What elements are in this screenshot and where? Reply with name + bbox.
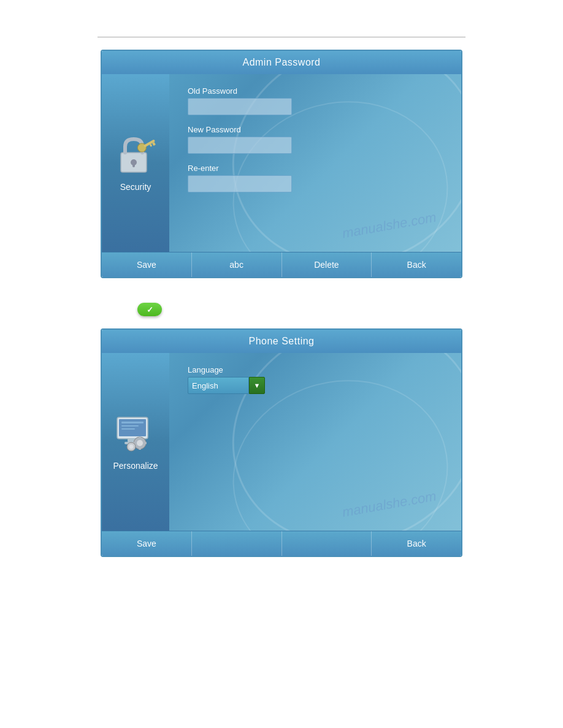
svg-rect-9 (121, 422, 144, 423)
phone-setting-body: Personalize Language English French Span… (102, 353, 461, 531)
phone-back-button[interactable]: Back (372, 531, 461, 556)
check-icon (137, 303, 162, 316)
watermark-text: manualshe.com (341, 210, 437, 242)
old-password-group: Old Password (188, 86, 443, 115)
language-select[interactable]: English French Spanish German Chinese (188, 377, 249, 394)
back-button[interactable]: Back (372, 252, 461, 277)
svg-point-15 (137, 440, 143, 446)
svg-rect-2 (132, 162, 135, 167)
check-icon-container (101, 303, 462, 316)
personalize-sidebar: Personalize (102, 353, 169, 531)
abc-button[interactable]: abc (192, 252, 282, 277)
old-password-label: Old Password (188, 86, 443, 96)
admin-password-panel: Admin Password (101, 50, 462, 278)
reenter-input[interactable] (188, 175, 292, 192)
security-label: Security (120, 182, 151, 192)
svg-rect-11 (121, 428, 135, 430)
delete-button[interactable]: Delete (282, 252, 372, 277)
phone-save-button[interactable]: Save (102, 531, 192, 556)
admin-password-title: Admin Password (102, 51, 461, 74)
new-password-label: New Password (188, 125, 443, 134)
language-label: Language (188, 365, 443, 374)
language-dropdown-arrow[interactable]: ▼ (249, 377, 265, 394)
language-group: Language English French Spanish German C… (188, 365, 443, 394)
svg-rect-16 (139, 436, 141, 439)
phone-setting-panel: Phone Setting (101, 328, 462, 557)
phone-setting-form: Language English French Spanish German C… (169, 353, 461, 531)
reenter-group: Re-enter (188, 164, 443, 192)
new-password-input[interactable] (188, 137, 292, 154)
footer-empty-1 (192, 531, 282, 556)
footer-empty-2 (282, 531, 372, 556)
old-password-input[interactable] (188, 98, 292, 115)
personalize-label: Personalize (113, 461, 158, 471)
admin-password-body: Security Old Password New Password Re-en… (102, 74, 461, 252)
reenter-label: Re-enter (188, 164, 443, 173)
security-icon (114, 134, 157, 177)
save-button[interactable]: Save (102, 252, 192, 277)
phone-setting-footer: Save Back (102, 531, 461, 556)
page-divider (98, 37, 465, 37)
security-sidebar: Security (102, 74, 169, 252)
svg-point-3 (136, 142, 147, 153)
svg-rect-17 (139, 447, 141, 450)
svg-rect-10 (121, 425, 139, 427)
personalize-icon (114, 413, 157, 456)
svg-rect-19 (144, 442, 147, 444)
admin-password-form: Old Password New Password Re-enter manua… (169, 74, 461, 252)
new-password-group: New Password (188, 125, 443, 154)
language-select-wrapper: English French Spanish German Chinese ▼ (188, 377, 443, 394)
svg-point-21 (129, 445, 134, 449)
admin-password-footer: Save abc Delete Back (102, 252, 461, 277)
watermark-text-2: manualshe.com (341, 488, 437, 521)
phone-setting-title: Phone Setting (102, 330, 461, 353)
